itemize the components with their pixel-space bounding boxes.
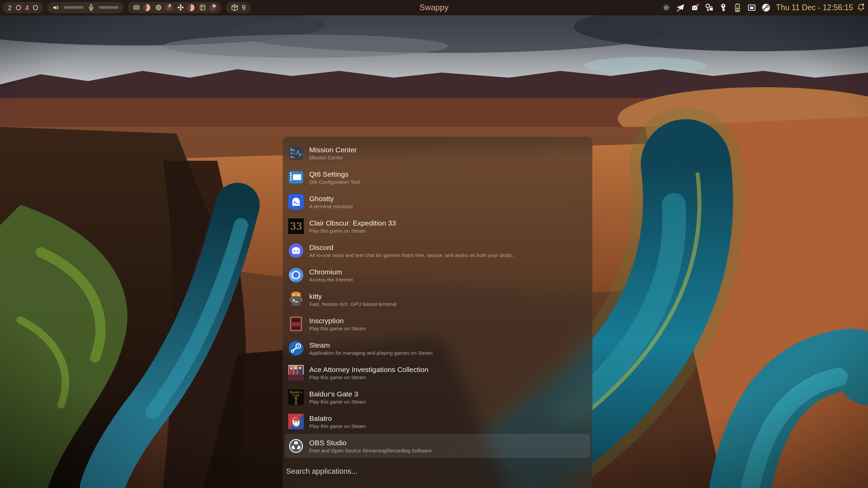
- app-description: All-in-one voice and text chat for gamer…: [309, 252, 514, 259]
- memory-icon: [133, 4, 140, 11]
- obs-icon: [288, 438, 304, 454]
- baldurs-gate-icon: Baldur'sGate: [288, 389, 304, 405]
- workspace-4[interactable]: 4: [25, 4, 29, 11]
- app-description: Access the Internet: [309, 276, 353, 283]
- app-description: Application for managing and playing gam…: [309, 350, 433, 356]
- app-row-inscryption[interactable]: Inscryption Play this game on Steam: [285, 312, 590, 336]
- workspace-empty-icon[interactable]: [33, 5, 38, 10]
- usage-gauge: [165, 4, 172, 11]
- app-description: Qt6 Configuration Tool: [309, 179, 360, 186]
- app-description: Play this game on Steam: [309, 228, 396, 234]
- steam-icon: [288, 340, 304, 356]
- discord-tray-icon[interactable]: [690, 3, 699, 12]
- mic-slider[interactable]: [99, 6, 118, 9]
- svg-text:Gate: Gate: [293, 394, 299, 397]
- battery-icon[interactable]: [733, 3, 742, 12]
- inscryption-icon: [288, 316, 304, 332]
- app-name: kitty: [309, 292, 396, 301]
- workspace-2[interactable]: 2: [8, 4, 12, 11]
- usage-gauge: [187, 4, 195, 11]
- app-description: A terminal emulator: [309, 203, 353, 210]
- steelseries-icon[interactable]: [662, 3, 671, 12]
- disk-icon: [199, 4, 206, 11]
- app-description: Play this game on Steam: [309, 423, 366, 430]
- key-icon[interactable]: [719, 3, 728, 12]
- app-name: Steam: [309, 340, 433, 350]
- app-name: Chromium: [309, 267, 353, 276]
- kitty-icon: [288, 292, 304, 307]
- app-row-discord[interactable]: Discord All-in-one voice and text chat f…: [285, 238, 590, 263]
- ghostty-icon: [288, 194, 304, 210]
- network-icon[interactable]: [747, 3, 756, 12]
- workspace-switcher[interactable]: 24: [3, 2, 43, 13]
- volume-slider[interactable]: [64, 6, 84, 9]
- clair-obscur-icon: 33: [288, 218, 304, 234]
- top-bar: 24 9 Swappy Thu 11 Dec - 12:56:15: [0, 0, 868, 15]
- qt6-icon: [288, 170, 304, 185]
- system-monitor[interactable]: [128, 2, 222, 13]
- app-description: Play this game on Steam: [309, 374, 428, 381]
- app-row-qt6[interactable]: Qt6 Settings Qt6 Configuration Tool: [285, 165, 590, 190]
- package-icon: [231, 4, 239, 12]
- microphone-icon: [87, 4, 95, 12]
- app-list: Mission Center Mission Center Qt6 Settin…: [283, 141, 592, 458]
- monitor-cpu: [155, 4, 172, 11]
- bar-right-cluster: Thu 11 Dec - 12:56:15: [662, 0, 865, 15]
- telegram-icon[interactable]: [676, 3, 685, 12]
- clock[interactable]: Thu 11 Dec - 12:56:15: [776, 3, 853, 12]
- app-row-baldurs-gate[interactable]: Baldur'sGate Baldur's Gate 3 Play this g…: [285, 385, 590, 409]
- app-row-mission-center[interactable]: Mission Center Mission Center: [285, 141, 590, 165]
- app-description: Mission Center: [309, 154, 357, 161]
- app-row-obs[interactable]: OBS Studio Free and Open Source Streamin…: [285, 434, 590, 458]
- app-description: Play this game on Steam: [309, 398, 366, 405]
- keepassxc-icon[interactable]: [704, 3, 714, 12]
- app-name: Discord: [309, 243, 514, 252]
- app-description: Fast, feature-rich, GPU based terminal: [309, 301, 396, 308]
- app-name: Ace Attorney Investigations Collection: [309, 365, 428, 374]
- discord-icon: [288, 243, 304, 258]
- app-name: Ghostty: [309, 194, 353, 203]
- monitor-memory: [133, 4, 150, 11]
- app-description: Free and Open Source Streaming/Recording…: [309, 447, 432, 454]
- steam-tray-icon[interactable]: [761, 3, 771, 12]
- monitor-gpu: [177, 4, 195, 11]
- app-name: OBS Studio: [309, 438, 432, 447]
- audio-controls: [47, 2, 124, 13]
- app-name: Balatro: [309, 414, 366, 423]
- focused-window-title: Swappy: [420, 3, 448, 12]
- app-row-kitty[interactable]: kitty Fast, feature-rich, GPU based term…: [285, 287, 590, 312]
- app-name: Qt6 Settings: [309, 170, 360, 179]
- updates-indicator[interactable]: 9: [226, 2, 251, 13]
- monitor-disk: [199, 4, 217, 11]
- package-count: 9: [242, 4, 245, 12]
- app-row-steam[interactable]: Steam Application for managing and playi…: [285, 336, 590, 360]
- usage-gauge: [209, 4, 217, 11]
- ace-attorney-icon: [288, 365, 304, 380]
- notification-bell-icon[interactable]: [856, 3, 865, 12]
- system-tray: [662, 3, 771, 12]
- svg-text:33: 33: [290, 221, 302, 232]
- bar-left-cluster: 24 9: [3, 0, 251, 15]
- app-name: Mission Center: [309, 145, 357, 154]
- app-name: Inscryption: [309, 316, 366, 325]
- search-input[interactable]: [283, 467, 581, 476]
- speaker-icon: [52, 4, 60, 12]
- app-row-chromium[interactable]: Chromium Access the Internet: [285, 263, 590, 287]
- app-launcher: Mission Center Mission Center Qt6 Settin…: [283, 137, 592, 488]
- cpu-icon: [155, 4, 162, 11]
- gpu-icon: [177, 4, 184, 11]
- usage-gauge: [143, 4, 150, 11]
- app-row-ghostty[interactable]: Ghostty A terminal emulator: [285, 190, 590, 214]
- mission-center-icon: [288, 145, 304, 161]
- app-name: Baldur's Gate 3: [309, 389, 366, 398]
- balatro-icon: [288, 414, 304, 429]
- app-row-ace-attorney[interactable]: Ace Attorney Investigations Collection P…: [285, 360, 590, 385]
- workspace-empty-icon[interactable]: [16, 5, 21, 10]
- app-row-clair-obscur[interactable]: 33 Clair Obscur: Expedition 33 Play this…: [285, 214, 590, 238]
- chromium-icon: [288, 267, 304, 283]
- app-description: Play this game on Steam: [309, 325, 366, 332]
- app-row-balatro[interactable]: Balatro Play this game on Steam: [285, 409, 590, 434]
- app-name: Clair Obscur: Expedition 33: [309, 218, 396, 228]
